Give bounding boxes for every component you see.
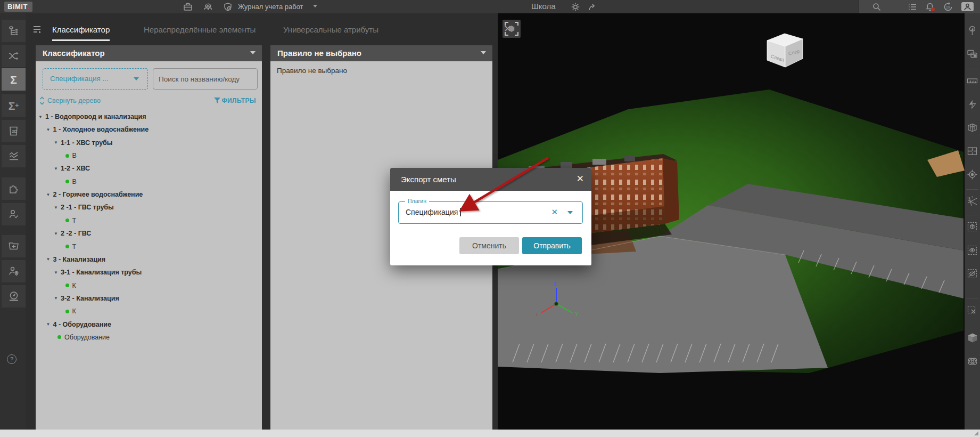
tree-expand-caret[interactable]: ▼ [54, 140, 61, 145]
ruler-icon[interactable] [965, 73, 979, 88]
share-icon[interactable] [588, 2, 597, 12]
isolate-box-icon[interactable] [965, 219, 979, 234]
journal-dropdown[interactable]: Журнал учета работ [238, 3, 303, 11]
resize-grip[interactable] [974, 431, 978, 435]
export-estimate-modal: Экспорт сметы ✕ Плагин Спецификация ✕ От… [390, 168, 591, 265]
chevron-down-icon [481, 51, 486, 54]
tree-row[interactable]: К [36, 305, 262, 318]
tree-row[interactable]: Т [36, 214, 262, 227]
drawings-2d-icon[interactable]: 2D [2, 120, 26, 142]
overlap-frames-icon[interactable] [965, 46, 979, 61]
tree-expand-caret[interactable]: ▼ [46, 192, 53, 197]
chevron-down-icon[interactable] [567, 211, 573, 214]
tree-row[interactable]: В [36, 149, 262, 162]
team-icon[interactable] [203, 2, 213, 12]
show-box-icon[interactable] [965, 242, 979, 257]
tree-row[interactable]: ▼2 - Горячее водоснабжение [36, 188, 262, 201]
tree-row[interactable]: ▼3 - Канализация [36, 253, 262, 266]
filter-icon[interactable] [214, 98, 220, 103]
history-icon[interactable]: 10 [943, 2, 953, 12]
tree-row[interactable]: В [36, 175, 262, 188]
axes-icon[interactable]: 2 1 [965, 193, 979, 208]
tree-row[interactable]: К [36, 279, 262, 292]
help-icon[interactable]: ? [7, 354, 17, 364]
tree-row[interactable]: ▼4 - Оборудование [36, 318, 262, 331]
leaf-dot-icon [65, 180, 69, 183]
collapse-expand-icon[interactable] [39, 96, 45, 105]
project-name: Школа [531, 2, 556, 11]
tree-row[interactable]: ▼2 -1 - ГВС трубы [36, 201, 262, 214]
tree-expand-caret[interactable]: ▼ [46, 127, 53, 132]
list-icon[interactable] [908, 2, 917, 12]
plugin-input[interactable]: Плагин Спецификация ✕ [398, 201, 583, 224]
tree-controls-row: Свернуть дерево ФИЛЬТРЫ [36, 95, 262, 108]
tree-leaf-label: К [72, 282, 76, 289]
user-icon[interactable] [961, 2, 974, 11]
svg-text:2: 2 [971, 196, 973, 199]
leaf-dot-icon [65, 218, 69, 222]
section-box-icon[interactable] [965, 120, 979, 135]
tree-expand-caret[interactable]: ▼ [54, 205, 61, 210]
folder-import-icon[interactable] [2, 235, 26, 257]
shield-clock-icon[interactable] [223, 2, 233, 12]
tree-row[interactable]: ▼1 - Холодное водоснабжение [36, 123, 262, 136]
tree-expand-caret[interactable]: ▼ [54, 231, 61, 236]
panel-menu-icon[interactable] [32, 24, 43, 35]
briefcase-icon[interactable] [183, 2, 193, 12]
tab-unallocated-elements[interactable]: Нераспределённые элементы [144, 25, 256, 39]
tab-classifier[interactable]: Классификатор [52, 25, 110, 41]
tree-row[interactable]: ▼2 -2 - ГВС [36, 227, 262, 240]
tree-expand-caret[interactable]: ▼ [46, 257, 53, 262]
gear-icon[interactable] [571, 2, 580, 12]
bell-icon[interactable] [925, 2, 935, 12]
tree-row[interactable]: ▼3-1 - Канализация трубы [36, 266, 262, 279]
classifier-header-dropdown[interactable]: Классификатор [36, 45, 262, 61]
clear-selection-icon[interactable] [965, 303, 979, 318]
vegetation-icon[interactable] [965, 23, 979, 38]
search-icon[interactable] [872, 2, 882, 12]
close-panel-icon[interactable]: ✕ [504, 23, 512, 35]
model-structure-icon[interactable] [2, 20, 26, 42]
estimate-sigma-icon[interactable]: Σ [2, 68, 26, 91]
floorplan-icon[interactable] [965, 143, 979, 158]
user-check-icon[interactable] [2, 203, 26, 225]
charts-icon[interactable] [2, 145, 26, 167]
search-input[interactable] [153, 68, 258, 90]
user-location-icon[interactable] [2, 260, 26, 282]
tree-leaf-label: Оборудование [64, 334, 110, 341]
tab-universal-attributes[interactable]: Универсальные атрибуты [283, 25, 378, 39]
connections-icon[interactable] [2, 45, 26, 67]
filters-button[interactable]: ФИЛЬТРЫ [221, 97, 256, 104]
flash-icon[interactable] [965, 96, 979, 111]
hide-box-icon[interactable] [965, 266, 979, 281]
tree-node-label: 3-1 - Канализация трубы [61, 269, 142, 276]
plugins-icon[interactable] [2, 177, 26, 200]
navigation-cube[interactable]: Слева Спер. [765, 32, 805, 69]
tree-row[interactable]: ▼1 - Водопровод и канализация [36, 110, 262, 123]
tree-expand-caret[interactable]: ▼ [54, 270, 61, 275]
journal-dropdown-caret-icon[interactable] [313, 5, 317, 7]
orbit-icon[interactable] [965, 354, 979, 369]
tree-expand-caret[interactable]: ▼ [38, 115, 45, 119]
tree-row[interactable]: Т [36, 240, 262, 253]
svg-text:x: x [536, 311, 539, 317]
collapse-tree-button[interactable]: Свернуть дерево [47, 97, 101, 104]
cube-icon[interactable] [965, 330, 979, 345]
notification-badge [931, 7, 935, 11]
cancel-button[interactable]: Отменить [459, 237, 519, 254]
tree-expand-caret[interactable]: ▼ [46, 322, 53, 327]
rule-header-dropdown[interactable]: Правило не выбрано [270, 45, 492, 61]
tree-row[interactable]: ▼1-2 - ХВС [36, 162, 262, 175]
clear-icon[interactable]: ✕ [551, 207, 558, 217]
tree-expand-caret[interactable]: ▼ [54, 166, 61, 171]
tree-row[interactable]: Оборудование [36, 331, 262, 344]
tree-row[interactable]: ▼1-1 - ХВС трубы [36, 136, 262, 149]
tree-expand-caret[interactable]: ▼ [54, 296, 61, 301]
estimate-add-icon[interactable]: Σ+ [2, 94, 26, 117]
submit-button[interactable]: Отправить [522, 237, 582, 254]
dashboard-icon[interactable] [2, 285, 26, 307]
locate-icon[interactable] [965, 167, 979, 182]
close-icon[interactable]: ✕ [577, 174, 584, 183]
specification-dropdown[interactable]: Спецификация ... [43, 68, 148, 90]
tree-row[interactable]: ▼3-2 - Канализация [36, 292, 262, 305]
